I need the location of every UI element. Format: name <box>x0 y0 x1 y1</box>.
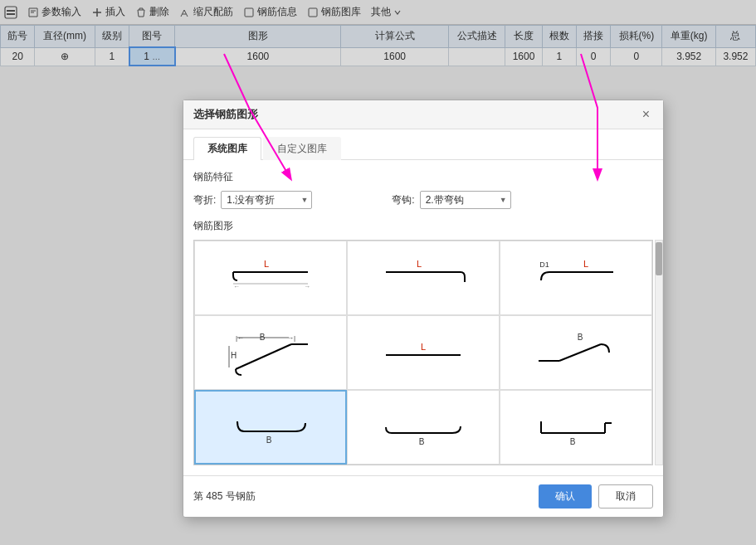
rebar-grid: L ← → L <box>193 240 653 465</box>
hook-label: 弯钩: <box>392 193 414 207</box>
svg-line-26 <box>559 344 601 361</box>
bend-select-wrapper: 1.没有弯折 <box>221 191 312 209</box>
svg-text:B: B <box>578 333 583 342</box>
props-row: 弯折: 1.没有弯折 弯钩: 2.带弯钩 <box>193 191 653 209</box>
rebar-scrollbar[interactable] <box>655 240 663 465</box>
footer-info: 第 485 号钢筋 <box>193 489 256 504</box>
svg-text:←: ← <box>233 283 240 290</box>
tab-bar: 系统图库 自定义图库 <box>183 129 663 160</box>
svg-text:L: L <box>417 259 422 269</box>
svg-text:→: → <box>304 283 310 290</box>
rebar-cell-1[interactable]: L <box>347 241 500 315</box>
svg-text:B: B <box>419 437 425 446</box>
hook-select[interactable]: 2.带弯钩 <box>420 191 511 209</box>
svg-text:B: B <box>260 333 266 342</box>
modal-body: 钢筋特征 弯折: 1.没有弯折 弯钩: 2.带弯钩 钢筋图形 <box>183 160 663 475</box>
svg-text:B: B <box>266 436 272 445</box>
rebar-cell-7[interactable]: B <box>347 390 500 465</box>
modal-footer: 第 485 号钢筋 确认 取消 <box>183 475 663 517</box>
modal-close-button[interactable]: × <box>639 108 653 121</box>
svg-text:L: L <box>264 259 269 269</box>
tab-custom-lib[interactable]: 自定义图库 <box>263 137 341 160</box>
rebar-cell-4[interactable]: L <box>347 315 500 390</box>
footer-buttons: 确认 取消 <box>539 484 653 509</box>
bend-prop: 弯折: 1.没有弯折 <box>193 191 312 209</box>
svg-text:B: B <box>570 437 576 446</box>
svg-text:|←: |← <box>236 334 244 342</box>
hook-select-wrapper: 2.带弯钩 <box>420 191 511 209</box>
svg-text:L: L <box>421 342 426 352</box>
bend-select[interactable]: 1.没有弯折 <box>221 191 312 209</box>
props-section-label: 钢筋特征 <box>193 170 653 184</box>
rebar-scrollbar-thumb <box>656 242 662 275</box>
rebar-cell-0[interactable]: L ← → <box>194 241 347 315</box>
svg-text:→|: →| <box>287 334 295 342</box>
rebar-grid-container: L ← → L <box>193 240 653 465</box>
modal-select-rebar-shape: 选择钢筋图形 × 系统图库 自定义图库 钢筋特征 弯折: 1.没有弯折 弯钩: … <box>183 100 664 518</box>
rebar-cell-6[interactable]: B <box>194 390 347 465</box>
modal-title: 选择钢筋图形 <box>193 107 258 122</box>
rebar-cell-8[interactable]: B <box>500 390 652 465</box>
confirm-button[interactable]: 确认 <box>539 484 592 509</box>
rebar-cell-2[interactable]: D1 L <box>500 241 652 315</box>
modal-title-bar: 选择钢筋图形 × <box>183 100 663 129</box>
rebar-cell-5[interactable]: B <box>500 315 652 390</box>
hook-prop: 弯钩: 2.带弯钩 <box>392 191 510 209</box>
cancel-button[interactable]: 取消 <box>598 484 653 509</box>
bend-label: 弯折: <box>193 193 216 207</box>
svg-text:L: L <box>583 259 588 269</box>
tab-system-lib[interactable]: 系统图库 <box>193 137 261 160</box>
rebar-cell-3[interactable]: B |← →| H <box>194 315 347 390</box>
shapes-section-label: 钢筋图形 <box>193 219 653 233</box>
svg-line-15 <box>236 344 291 369</box>
svg-text:H: H <box>231 351 237 360</box>
svg-text:D1: D1 <box>539 260 549 269</box>
